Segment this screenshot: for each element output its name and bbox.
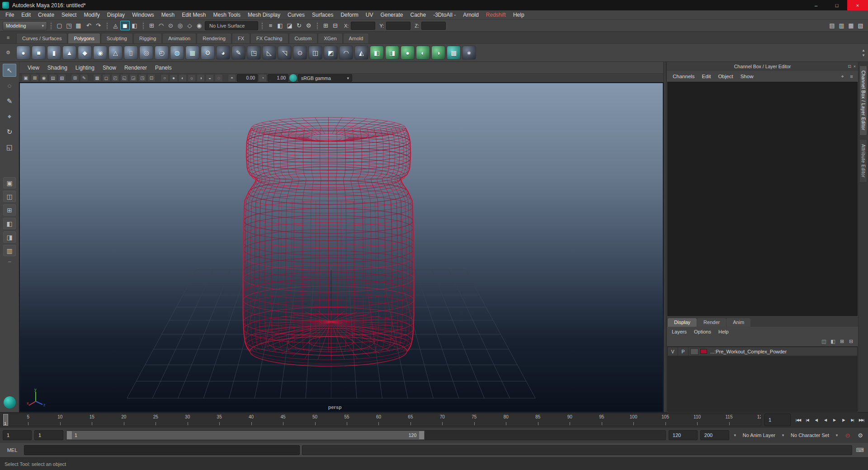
gamma-field[interactable]: 1.00 (268, 74, 288, 82)
polygon-cube-icon[interactable]: ■ (32, 46, 46, 60)
film-gate-icon[interactable]: ◻ (102, 74, 110, 82)
create-empty-layer-icon[interactable]: ⊞ (838, 338, 846, 345)
multi-cut-icon[interactable]: ◺ (262, 46, 276, 60)
menu-help[interactable]: Help (509, 10, 528, 19)
y-coordinate-input[interactable] (386, 22, 410, 30)
construction-history-icon[interactable]: ≡ (266, 21, 275, 30)
menu-redshift[interactable]: Redshift (482, 10, 509, 19)
range-slider-bar[interactable]: 1120 (66, 431, 425, 440)
channelbox-menu-channels[interactable]: Channels (670, 74, 698, 79)
menu-arnold[interactable]: Arnold (459, 10, 482, 19)
new-scene-icon[interactable]: ▢ (55, 21, 64, 30)
layer-menu-options[interactable]: Options (691, 329, 714, 334)
step-forward-one-frame-button[interactable]: |▶ (839, 414, 848, 426)
layout-four-pane-icon[interactable]: ⊞ (3, 204, 16, 216)
panel-menu-view[interactable]: View (24, 65, 43, 71)
statusline-separator[interactable] (316, 22, 319, 30)
combine-icon[interactable]: ◧ (370, 46, 384, 60)
quad-draw-icon[interactable]: ◳ (247, 46, 261, 60)
step-forward-one-key-button[interactable]: ▶| (848, 414, 857, 426)
undo-icon[interactable]: ↶ (84, 21, 94, 30)
select-by-component-icon[interactable]: ◧ (130, 21, 139, 30)
snap-to-curve-icon[interactable]: ◠ (156, 21, 166, 30)
absolute-transform-icon[interactable]: ⊞ (321, 21, 330, 30)
right-tab-channel-box-layer-editor[interactable]: Channel Box / Layer Editor (859, 66, 867, 136)
select-by-object-icon[interactable]: ◼ (120, 21, 130, 30)
shelf-tab-rigging[interactable]: Rigging (133, 33, 162, 43)
command-line-mode[interactable]: MEL (3, 445, 22, 455)
view-transform-selector[interactable]: sRGB gamma▾ (298, 74, 352, 82)
wireframe-display-icon[interactable]: ○ (160, 74, 169, 82)
playback-end-field[interactable]: 120 (669, 430, 698, 440)
toggle-tool-settings-icon[interactable]: ▦ (846, 21, 856, 30)
gate-mask-icon[interactable]: ◱ (120, 74, 128, 82)
menu-curves[interactable]: Curves (284, 10, 308, 19)
layer-color-swatch[interactable] (700, 349, 707, 354)
panel-menu-shading[interactable]: Shading (44, 65, 71, 71)
grease-pencil-icon[interactable]: ✎ (80, 74, 88, 82)
panel-menu-renderer[interactable]: Renderer (121, 65, 151, 71)
animation-end-field[interactable]: 200 (700, 430, 729, 440)
menu-display[interactable]: Display (104, 10, 128, 19)
playback-options-caret-icon[interactable]: ▾ (732, 433, 738, 437)
ipr-render-icon[interactable]: ↻ (294, 21, 304, 30)
play-forwards-button[interactable]: ▶ (830, 414, 839, 426)
safe-action-icon[interactable]: ◳ (138, 74, 146, 82)
paint-select-tool-icon[interactable]: ✎ (3, 94, 16, 108)
range-end-handle[interactable] (419, 431, 425, 440)
shelf-tab-fx[interactable]: FX (232, 33, 250, 43)
grid-toggle-icon[interactable]: ▦ (93, 74, 101, 82)
statusline-separator[interactable] (260, 22, 264, 30)
relative-transform-icon[interactable]: ⊟ (330, 21, 340, 30)
resolution-gate-icon[interactable]: ◰ (111, 74, 119, 82)
bookmarks-icon[interactable]: ▤ (49, 74, 57, 82)
menu-3dtoall[interactable]: -3DtoAll - (429, 10, 459, 19)
layout-persp-outliner-icon[interactable]: ◧ (3, 218, 16, 229)
scale-tool-icon[interactable]: ◱ (3, 141, 16, 154)
shelf-options-gear-icon[interactable]: ⚙ (5, 49, 12, 56)
lasso-tool-icon[interactable]: ◌ (3, 79, 16, 92)
step-back-one-frame-button[interactable]: ◀| (812, 414, 821, 426)
select-camera-icon[interactable]: ▣ (22, 74, 30, 82)
shelf-tab-polygons[interactable]: Polygons (68, 33, 100, 43)
polygon-soccer-ball-icon[interactable]: ◉ (93, 46, 107, 60)
viewport[interactable]: yxz persp (19, 83, 663, 412)
sculpt-tool-icon[interactable]: ◑ (431, 46, 445, 60)
lock-camera-icon[interactable]: ⊠ (31, 74, 39, 82)
create-layer-from-selected-icon[interactable]: ⊟ (847, 338, 855, 345)
script-editor-icon[interactable]: ⌨ (854, 445, 865, 455)
layout-two-pane-icon[interactable]: ◫ (3, 191, 16, 202)
move-tool-icon[interactable]: ⌖ (3, 110, 16, 123)
polygon-sphere-icon[interactable]: ● (16, 46, 30, 60)
anim-layer-selector[interactable]: No Anim Layer (741, 432, 777, 438)
go-to-playback-end-button[interactable]: ▶▶| (857, 414, 866, 426)
polygon-cone-icon[interactable]: ▲ (62, 46, 76, 60)
snap-to-point-icon[interactable]: ⊙ (166, 21, 175, 30)
shelf-tab-animation[interactable]: Animation (162, 33, 196, 43)
motion-blur-icon[interactable]: ◌ (215, 74, 223, 82)
occlusion-icon[interactable]: ◒ (206, 74, 214, 82)
image-plane-icon[interactable]: ▧ (58, 74, 66, 82)
polygon-disc-icon[interactable]: ◍ (170, 46, 184, 60)
select-tool-icon[interactable]: ↖ (3, 64, 16, 77)
redo-icon[interactable]: ↷ (94, 21, 103, 30)
toggle-attribute-editor-icon[interactable]: ▥ (837, 21, 846, 30)
render-current-frame-icon[interactable]: ◪ (285, 21, 294, 30)
boolean-icon[interactable]: ◐ (416, 46, 430, 60)
z-coordinate-input[interactable] (421, 22, 446, 30)
smooth-icon[interactable]: ● (401, 46, 415, 60)
menu-select[interactable]: Select (58, 10, 80, 19)
menu-deform[interactable]: Deform (337, 10, 362, 19)
minimize-button[interactable]: – (806, 0, 826, 10)
statusline-separator[interactable] (49, 22, 52, 30)
render-settings-icon[interactable]: ⚙ (304, 21, 313, 30)
toggle-all-layers-icon[interactable]: ◫ (820, 338, 828, 345)
menu-cache[interactable]: Cache (406, 10, 429, 19)
polygon-cylinder-icon[interactable]: ▮ (47, 46, 61, 60)
animation-preferences-icon[interactable]: ⚙ (855, 430, 865, 440)
channelbox-menu-show[interactable]: Show (737, 74, 757, 79)
layer-display-type-box[interactable] (690, 348, 698, 355)
shelf-tab-curves-surfaces[interactable]: Curves / Surfaces (16, 33, 67, 43)
shelf-tab-xgen[interactable]: XGen (318, 33, 342, 43)
layer-row[interactable]: V P ...:Pre_Workout_Complex_Powder (668, 347, 857, 356)
